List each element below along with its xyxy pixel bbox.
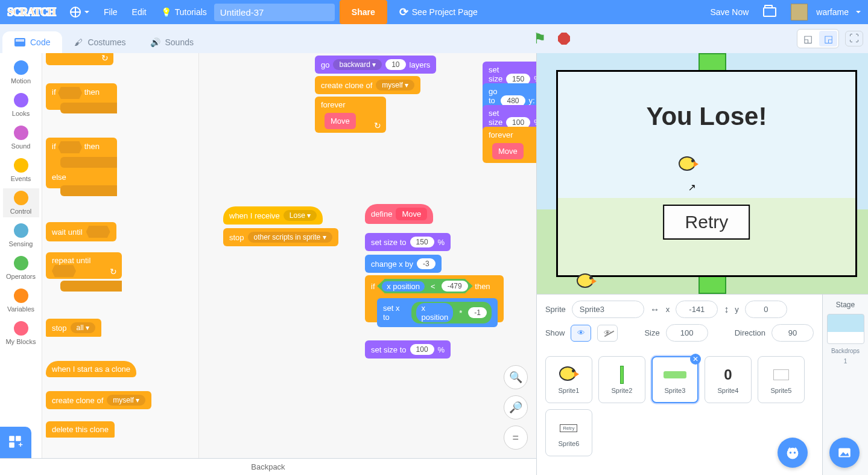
block-move-call[interactable]: Move [325,113,356,129]
tab-sounds-label: Sounds [165,37,194,47]
block-define-move[interactable]: define Move [365,204,433,224]
file-menu[interactable]: File [97,0,125,24]
block-input[interactable]: 150 [506,74,530,84]
palette-block-wait-until[interactable]: wait until [46,222,116,241]
stage-thumbnail[interactable] [827,314,864,344]
block-dropdown[interactable]: myself ▾ [376,80,414,91]
tab-code[interactable]: Code [2,31,62,53]
palette-block-if[interactable]: if then [46,83,117,110]
block-stop-scripts[interactable]: stop other scripts in sprite ▾ [223,228,338,246]
show-visible-button[interactable]: 👁 [571,325,591,342]
y-label: y [735,305,739,314]
category-operators[interactable]: Operators [3,253,39,282]
category-motion[interactable]: Motion [3,58,39,87]
category-events[interactable]: Events [3,156,39,185]
add-backdrop-button[interactable] [829,438,860,468]
block-dropdown[interactable]: Lose ▾ [284,210,317,221]
block-go-layers[interactable]: go backward ▾ 10 layers [315,56,436,74]
block-change-x[interactable]: change x by -3 [365,255,442,273]
block-move-call-r[interactable]: Move [492,143,524,159]
share-button[interactable]: Share [340,0,387,24]
block-input[interactable]: -1 [468,307,487,318]
save-now-button[interactable]: Save Now [703,0,756,24]
block-input[interactable]: 10 [385,59,405,70]
block-when-receive[interactable]: when I receive Lose ▾ [223,206,323,225]
palette-block-repeat-until[interactable]: repeat until [46,252,122,279]
block-input[interactable]: 480 [501,95,525,106]
sprite-name-input[interactable] [572,301,644,318]
block-input[interactable]: -479 [442,281,468,292]
zoom-in-button[interactable]: 🔍 [504,365,528,389]
sprite-card-sprite4[interactable]: 0Sprite4 [705,356,752,403]
script-canvas[interactable]: go backward ▾ 10 layers create clone of … [199,53,536,458]
stage-canvas[interactable]: You Lose! Retry [537,53,868,294]
palette-block-repeat-tail[interactable] [46,53,113,65]
block-forever[interactable]: forever Move [315,97,386,133]
scratch-logo[interactable]: SCRATCH [7,4,55,21]
stage-fullscreen-button[interactable]: ⛶ [845,31,863,46]
palette-block-delete-clone[interactable]: delete this clone [46,421,115,438]
reporter-x-position[interactable]: x position [416,303,453,322]
tab-sounds[interactable]: Sounds [138,31,206,53]
block-if-xpos[interactable]: if x position < -479 then set x to x pos… [365,275,504,322]
block-input[interactable]: 100 [506,117,530,128]
language-menu[interactable] [63,0,97,24]
stage-large-button[interactable]: ◲ [819,31,837,46]
show-hidden-button[interactable]: 👁 [597,325,618,342]
block-set-x[interactable]: set x to x position * -1 [377,298,498,327]
block-palette[interactable]: if then if thenelse wait until repeat un… [42,53,199,458]
category-sensing[interactable]: Sensing [3,221,39,250]
stage-small-button[interactable]: ◱ [799,31,817,46]
add-sprite-button[interactable] [778,438,808,468]
palette-block-create-clone[interactable]: create clone of myself ▾ [46,391,151,409]
block-label: set size to [371,345,407,354]
account-menu[interactable]: warfame [784,0,868,24]
block-set-size-150[interactable]: set size to 150 % [365,233,451,251]
palette-block-stop[interactable]: stop all ▾ [46,319,101,337]
sprite-card-sprite1[interactable]: Sprite1 [545,356,592,403]
sprite-direction-input[interactable] [771,324,814,342]
block-create-clone[interactable]: create clone of myself ▾ [315,76,420,94]
category-label: Sound [11,142,31,150]
tutorials-button[interactable]: Tutorials [154,0,214,24]
block-dropdown[interactable]: other scripts in sprite ▾ [248,232,332,243]
block-forever-r[interactable]: foreverMove [483,127,536,163]
block-set-size-100[interactable]: set size to 100 % [365,340,451,359]
add-extension-button[interactable]: + [0,427,31,458]
palette-block-if-else[interactable]: if thenelse [46,138,117,188]
edit-menu[interactable]: Edit [125,0,154,24]
green-flag-button[interactable] [529,28,551,49]
category-control[interactable]: Control [3,188,39,217]
block-label: when I receive [229,211,280,220]
sprite-card-sprite2[interactable]: Sprite2 [598,356,645,403]
category-sound[interactable]: Sound [3,123,39,152]
block-input[interactable]: 150 [410,237,434,247]
block-dropdown[interactable]: all ▾ [71,322,95,333]
delete-sprite-button[interactable]: ✕ [690,354,701,365]
palette-block-clone-start[interactable]: when I start as a clone [46,361,136,377]
reporter-x-position[interactable]: x position [382,281,425,292]
see-project-page-button[interactable]: See Project Page [392,0,485,24]
block-dropdown[interactable]: myself ▾ [107,395,145,406]
category-looks[interactable]: Looks [3,91,39,120]
sprite-card-sprite6[interactable]: RetrySprite6 [545,409,592,456]
sprite-size-input[interactable] [666,324,708,342]
scratch-logo-text: SCRATCH [7,6,55,19]
zoom-out-button[interactable]: 🔎 [504,395,528,419]
zoom-reset-button[interactable]: = [504,426,528,450]
my-stuff-button[interactable] [756,0,784,24]
stage-area: You Lose! Retry [537,53,868,295]
sprite-y-input[interactable] [745,301,787,318]
block-dropdown[interactable]: backward ▾ [333,59,382,70]
backpack-toggle[interactable]: Backpack [0,458,536,475]
block-input[interactable]: -3 [417,258,436,269]
sprite-x-input[interactable] [676,301,718,318]
sprite-card-sprite3[interactable]: ✕Sprite3 [651,356,699,403]
project-title-input[interactable] [214,4,335,21]
sprite-card-sprite5[interactable]: Sprite5 [758,356,805,403]
category-variables[interactable]: Variables [3,286,39,315]
block-input[interactable]: 100 [410,344,434,355]
stop-button[interactable] [553,28,575,49]
tab-costumes[interactable]: Costumes [62,31,138,53]
category-myblocks[interactable]: My Blocks [3,319,39,348]
